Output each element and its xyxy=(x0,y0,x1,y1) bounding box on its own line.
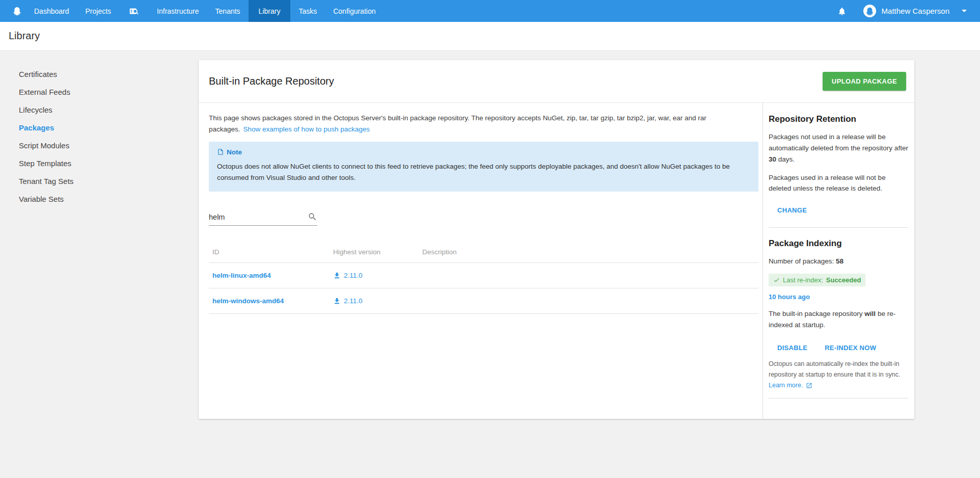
nav-item-tasks[interactable]: Tasks xyxy=(290,0,325,22)
repository-side-panel: Repository Retention Packages not used i… xyxy=(763,103,914,419)
sidebar-item-lifecycles[interactable]: Lifecycles xyxy=(19,101,52,119)
retention-paragraph-1: Packages not used in a release will be a… xyxy=(769,131,908,165)
download-icon[interactable] xyxy=(333,272,341,279)
nav-item-library[interactable]: Library xyxy=(249,0,291,22)
content-area: Certificates External Feeds Lifecycles P… xyxy=(0,50,980,440)
sidebar-item-packages[interactable]: Packages xyxy=(19,119,54,137)
package-count-label: Number of packages: xyxy=(769,257,836,265)
sidebar-item-tenant-tag-sets[interactable]: Tenant Tag Sets xyxy=(19,172,73,190)
notifications-bell-icon[interactable] xyxy=(837,7,847,16)
intro-paragraph: This page shows packages stored in the O… xyxy=(209,113,758,136)
project-search-icon[interactable] xyxy=(119,0,149,22)
check-icon xyxy=(773,277,780,283)
upload-package-button[interactable]: UPLOAD PACKAGE xyxy=(823,72,906,91)
panel-divider xyxy=(769,227,908,228)
sidebar-item-variable-sets[interactable]: Variable Sets xyxy=(19,190,64,208)
nav-item-infrastructure[interactable]: Infrastructure xyxy=(149,0,207,22)
reindex-time-link[interactable]: 10 hours ago xyxy=(769,293,810,301)
sidebar-item-external-feeds[interactable]: External Feeds xyxy=(19,83,70,101)
retention-title: Repository Retention xyxy=(769,114,908,124)
indexing-buttons: DISABLE RE-INDEX NOW xyxy=(769,339,908,357)
repository-main-column: This page shows packages stored in the O… xyxy=(199,103,763,419)
note-label: Note xyxy=(227,148,242,156)
note-text: Octopus does not allow NuGet clients to … xyxy=(217,161,750,184)
footnote-text: Octopus can automatically re-index the b… xyxy=(769,360,900,378)
package-version: 2.11.0 xyxy=(344,272,363,279)
indexing-title: Package Indexing xyxy=(769,238,908,249)
indexing-p1-bold: will xyxy=(864,310,876,317)
note-callout: Note Octopus does not allow NuGet client… xyxy=(209,142,758,192)
table-header-row: ID Highest version Description xyxy=(209,244,758,263)
search-icon[interactable] xyxy=(308,212,317,222)
package-search-input[interactable] xyxy=(209,213,301,221)
retention-days-value: 30 xyxy=(769,155,776,163)
show-examples-link[interactable]: Show examples of how to push packages xyxy=(243,125,370,133)
card-title: Built-in Package Repository xyxy=(209,75,334,87)
sidebar-item-script-modules[interactable]: Script Modules xyxy=(19,137,69,154)
disable-button[interactable]: DISABLE xyxy=(769,339,816,357)
nav-right: Matthew Casperson xyxy=(837,0,980,22)
package-count: Number of packages: 58 xyxy=(769,256,908,267)
package-description xyxy=(419,288,758,314)
external-link-icon xyxy=(806,382,812,389)
nav-left: Dashboard Projects Infrastructure Tenant… xyxy=(0,0,384,22)
reindex-now-button[interactable]: RE-INDEX NOW xyxy=(816,339,885,357)
sidebar-item-step-templates[interactable]: Step Templates xyxy=(19,154,71,172)
retention-p1-pre: Packages not used in a release will be a… xyxy=(769,133,908,152)
retention-paragraph-2: Packages used in a release will not be d… xyxy=(769,172,908,195)
package-search-field xyxy=(209,212,317,226)
package-description xyxy=(419,263,758,288)
package-count-value: 58 xyxy=(836,257,843,265)
reindex-status-badge: Last re-index: Succeeded xyxy=(769,274,865,286)
indexing-paragraph: The built-in package repository will be … xyxy=(769,308,908,331)
page-title-bar: Library xyxy=(0,22,980,50)
sidebar-item-certificates[interactable]: Certificates xyxy=(19,65,57,83)
change-retention-button[interactable]: CHANGE xyxy=(769,201,815,219)
reindex-status-value: Succeeded xyxy=(826,276,861,284)
column-header-highest-version: Highest version xyxy=(330,244,419,263)
note-icon xyxy=(217,148,224,155)
octopus-logo[interactable] xyxy=(0,0,26,22)
nav-item-dashboard[interactable]: Dashboard xyxy=(26,0,77,22)
user-name[interactable]: Matthew Casperson xyxy=(882,7,949,15)
main-card: Built-in Package Repository UPLOAD PACKA… xyxy=(199,60,914,419)
indexing-p1-pre: The built-in package repository xyxy=(769,310,864,317)
top-navbar: Dashboard Projects Infrastructure Tenant… xyxy=(0,0,980,22)
learn-more-label: Learn more. xyxy=(769,380,803,391)
library-side-nav: Certificates External Feeds Lifecycles P… xyxy=(0,50,199,208)
user-menu-caret-icon[interactable] xyxy=(962,10,967,12)
note-header: Note xyxy=(217,148,750,156)
card-body: This page shows packages stored in the O… xyxy=(199,103,914,419)
column-header-description: Description xyxy=(419,244,758,263)
table-row: helm-windows-amd64 2.11.0 xyxy=(209,288,758,314)
column-header-id: ID xyxy=(209,244,330,263)
octopus-logo-icon xyxy=(12,6,22,16)
package-link[interactable]: helm-windows-amd64 xyxy=(212,297,284,305)
learn-more-link[interactable]: Learn more. xyxy=(769,380,812,391)
page-title: Library xyxy=(9,30,40,42)
package-version: 2.11.0 xyxy=(344,297,363,305)
reindex-status-label: Last re-index: xyxy=(783,276,823,284)
nav-item-configuration[interactable]: Configuration xyxy=(325,0,384,22)
panel-bottom-divider xyxy=(769,398,908,399)
nav-item-projects[interactable]: Projects xyxy=(77,0,120,22)
download-icon[interactable] xyxy=(333,297,341,305)
table-row: helm-linux-amd64 2.11.0 xyxy=(209,263,758,288)
nav-item-tenants[interactable]: Tenants xyxy=(207,0,249,22)
packages-table: ID Highest version Description helm-linu… xyxy=(209,244,758,314)
indexing-footnote: Octopus can automatically re-index the b… xyxy=(769,359,908,391)
user-avatar[interactable] xyxy=(863,4,877,18)
card-header: Built-in Package Repository UPLOAD PACKA… xyxy=(199,60,914,103)
package-link[interactable]: helm-linux-amd64 xyxy=(212,272,271,279)
retention-p1-post: days. xyxy=(776,155,795,163)
